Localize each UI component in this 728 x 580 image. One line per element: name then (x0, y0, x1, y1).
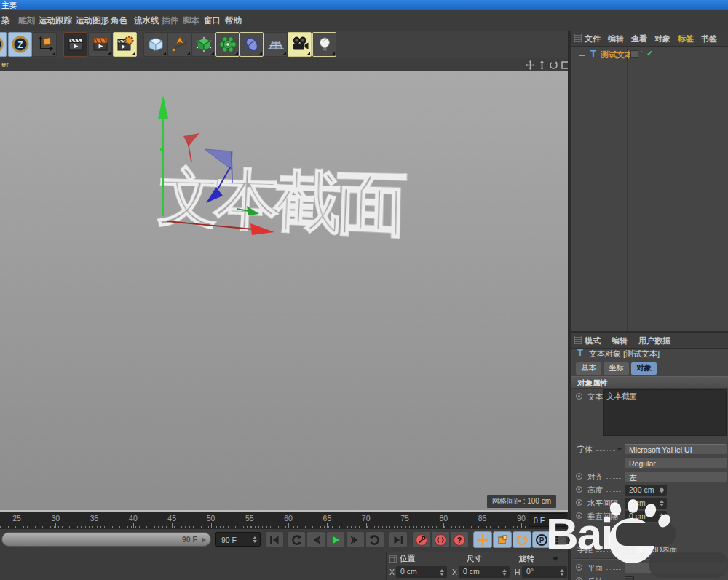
stepper-icon[interactable] (660, 513, 665, 520)
autokey-icon[interactable] (431, 531, 450, 548)
om-menu-object[interactable]: 对象 (654, 33, 670, 44)
panel-grip-icon[interactable] (389, 555, 397, 563)
section-object-properties[interactable]: 对象属性 (571, 376, 728, 389)
plane-dropdown[interactable] (625, 563, 727, 573)
font-style-dropdown[interactable]: Regular (625, 458, 727, 469)
prev-frame-icon[interactable] (306, 531, 325, 548)
vspacing-field[interactable]: 0 cm (625, 511, 667, 522)
tab-coord[interactable]: 坐标 (604, 362, 629, 375)
viewport[interactable]: 文本截面 网格间距 : 100 cm (0, 71, 568, 512)
menu-window[interactable]: 窗口 (204, 15, 221, 26)
stepper-icon[interactable] (502, 569, 507, 576)
record-question-icon[interactable]: ? (450, 531, 469, 548)
camera-icon[interactable] (288, 32, 312, 57)
keyframe-circle-icon[interactable] (576, 564, 582, 571)
reverse-checkbox[interactable] (625, 576, 634, 580)
am-menu-mode[interactable]: 模式 (585, 335, 601, 346)
enabled-check-icon[interactable]: ✓ (646, 49, 653, 58)
coords-collapse-icon[interactable] (553, 557, 558, 561)
size-x-field[interactable]: 0 cm (459, 566, 510, 578)
kerning-expand-icon[interactable] (617, 547, 620, 552)
goto-end-icon[interactable] (389, 531, 408, 548)
zoom-icon[interactable] (537, 60, 547, 69)
timeline-range-slider[interactable]: 90 F (1, 532, 211, 547)
panel-grip-icon[interactable] (574, 336, 582, 344)
panel-separator[interactable] (568, 31, 569, 580)
menu-sculpt[interactable]: 雕刻 (18, 15, 35, 26)
rotate-icon[interactable] (549, 60, 558, 69)
keyframe-circle-icon[interactable] (576, 512, 582, 519)
stepper-icon[interactable] (560, 569, 565, 576)
axis-gizmo[interactable] (0, 71, 568, 510)
loop-icon[interactable] (365, 531, 384, 548)
menu-render[interactable]: 染 (1, 15, 10, 26)
goto-start-icon[interactable] (265, 531, 284, 548)
menu-character[interactable]: 角色 (111, 15, 127, 26)
show-3d-checkbox[interactable] (625, 545, 634, 555)
frame-spinner-field[interactable]: 90 F (215, 532, 261, 547)
stepper-icon[interactable] (440, 569, 445, 576)
text-spline-icon[interactable]: T (590, 48, 596, 59)
render-picture-viewer-icon[interactable] (88, 32, 112, 57)
hspacing-field[interactable]: 0 cm (625, 498, 667, 509)
menu-plugins[interactable]: 插件 (162, 15, 178, 26)
om-menu-bookmarks[interactable]: 书签 (701, 33, 717, 44)
circled-z-icon[interactable]: Z (8, 32, 32, 57)
menu-help[interactable]: 帮助 (225, 15, 242, 26)
layer-tag-square[interactable] (630, 50, 638, 58)
rotate-tool-icon[interactable] (513, 531, 531, 548)
play-backward-icon[interactable] (287, 531, 306, 548)
coord-system-icon[interactable]: P (532, 531, 551, 548)
scale-tool-icon[interactable] (493, 531, 512, 548)
keyframe-circle-icon[interactable] (576, 473, 582, 480)
tab-basic[interactable]: 基本 (576, 362, 601, 375)
panel-grip-icon[interactable] (574, 34, 582, 42)
render-settings-icon[interactable] (113, 32, 137, 57)
menu-mograph[interactable]: 运动图形 (76, 15, 109, 26)
om-menu-file[interactable]: 文件 (585, 33, 601, 44)
keyframe-circle-icon[interactable] (576, 499, 582, 506)
am-menu-userdata[interactable]: 用户数据 (638, 335, 670, 346)
cube-primitive-icon[interactable] (143, 32, 167, 57)
move-tool-icon[interactable] (473, 531, 492, 548)
visibility-dots-icon[interactable]: : (641, 49, 643, 57)
snap-grid-icon[interactable] (551, 531, 567, 548)
timeline-ruler[interactable]: 0 F 2530354045505560657075808590 (0, 512, 568, 530)
spline-blob-icon[interactable] (240, 32, 264, 57)
font-expand-icon[interactable] (617, 448, 622, 451)
om-menu-edit[interactable]: 编辑 (608, 33, 624, 44)
menu-pipeline[interactable]: 流水线 (134, 15, 159, 26)
circled-history-icon[interactable] (0, 32, 7, 57)
play-icon[interactable] (326, 531, 345, 548)
generator-cube-icon[interactable] (191, 32, 215, 57)
keyframe-circle-icon[interactable] (576, 393, 582, 400)
object-row[interactable]: T 测试文本 : ✓ (571, 48, 728, 60)
keyframe-circle-icon[interactable] (576, 486, 582, 493)
om-menu-view[interactable]: 查看 (631, 33, 647, 44)
viewport-header-label[interactable]: er (1, 60, 9, 68)
current-frame-field[interactable]: 0 F (529, 513, 566, 527)
menu-motion-track[interactable]: 运动跟踪 (39, 15, 72, 26)
deformer-gear-icon[interactable] (215, 32, 240, 57)
font-family-dropdown[interactable]: Microsoft YaHei UI (625, 444, 727, 455)
position-x-field[interactable]: 0 cm (396, 566, 447, 578)
tab-object[interactable]: 对象 (631, 362, 657, 375)
next-frame-icon[interactable] (346, 531, 365, 548)
floor-grid-icon[interactable] (264, 32, 288, 57)
render-view-icon[interactable] (63, 32, 87, 57)
keyframe-circle-icon[interactable] (576, 577, 582, 580)
om-menu-tags[interactable]: 标签 (678, 33, 694, 44)
stepper-icon[interactable] (660, 487, 665, 493)
record-keyframe-icon[interactable] (412, 531, 431, 548)
object-name[interactable]: 测试文本 (601, 49, 633, 60)
stepper-icon[interactable] (253, 536, 258, 543)
light-icon[interactable] (312, 32, 336, 57)
height-field[interactable]: 200 cm (625, 485, 667, 496)
pen-spline-icon[interactable] (167, 32, 191, 57)
axis-move-icon[interactable] (33, 32, 57, 57)
menu-script[interactable]: 脚本 (183, 15, 199, 26)
text-value-input[interactable]: 文本截面 (603, 389, 727, 436)
rotation-h-field[interactable]: 0° (522, 566, 567, 578)
stepper-icon[interactable] (660, 500, 665, 506)
pan-icon[interactable] (526, 60, 535, 69)
